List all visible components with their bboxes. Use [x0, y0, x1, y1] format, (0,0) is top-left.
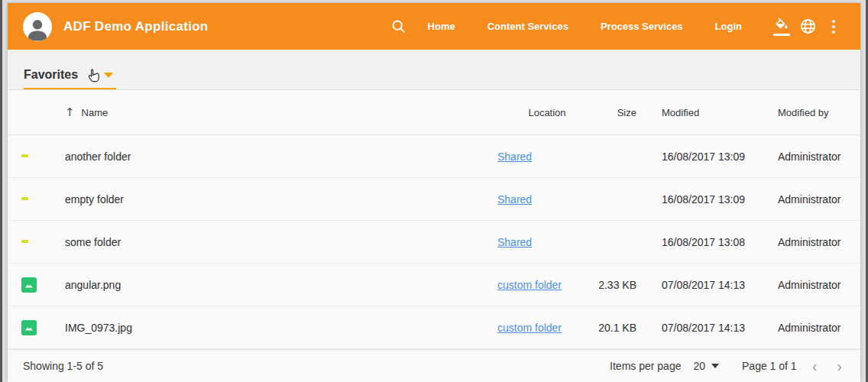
table-row[interactable]: angular.png custom folder 2.33 KB 07/08/…	[8, 264, 860, 306]
modified-date: 16/08/2017 13:09	[662, 193, 778, 206]
file-name[interactable]: some folder	[52, 236, 497, 248]
previous-page-button[interactable]: ‹	[808, 358, 822, 374]
search-icon[interactable]	[386, 14, 412, 40]
table-row[interactable]: some folder Shared 16/08/2017 13:08 Admi…	[8, 221, 860, 264]
location-link[interactable]: custom folder	[497, 322, 562, 334]
adf-demo-app: ADF Demo Application Home Content Servic…	[8, 3, 860, 382]
showing-count: Showing 1-5 of 5	[23, 360, 103, 372]
file-size: 20.1 KB	[597, 322, 636, 334]
items-per-page-value: 20	[693, 360, 705, 372]
main-nav: Home Content Services Process Services L…	[412, 15, 758, 38]
nav-content-services[interactable]: Content Services	[471, 15, 585, 38]
table-row[interactable]: another folder Shared 16/08/2017 13:09 A…	[8, 135, 860, 178]
modified-by: Administrator	[778, 151, 860, 163]
table-row[interactable]: IMG_0973.jpg custom folder 20.1 KB 07/08…	[8, 306, 860, 349]
screenshot-frame: ADF Demo Application Home Content Servic…	[0, 0, 868, 382]
column-header-modified[interactable]: Modified	[662, 107, 778, 118]
file-size: 2.33 KB	[597, 279, 636, 291]
table-row[interactable]: empty folder Shared 16/08/2017 13:09 Adm…	[8, 178, 860, 221]
paginator: Showing 1-5 of 5 Items per page 20 Page …	[8, 349, 860, 382]
location-link[interactable]: Shared	[497, 236, 532, 248]
modified-by: Administrator	[778, 279, 860, 291]
table-header-row: ↑ Name Location Size Modified Modified b…	[8, 90, 860, 135]
modified-by: Administrator	[778, 236, 860, 248]
app-header: ADF Demo Application Home Content Servic…	[8, 3, 860, 50]
items-per-page: Items per page 20	[610, 360, 719, 372]
app-title: ADF Demo Application	[63, 19, 209, 34]
next-page-button[interactable]: ›	[832, 358, 847, 374]
file-name[interactable]: another folder	[52, 151, 497, 163]
nav-login[interactable]: Login	[699, 15, 758, 38]
nav-home[interactable]: Home	[412, 15, 471, 38]
location-link[interactable]: custom folder	[497, 279, 562, 291]
file-name[interactable]: angular.png	[52, 279, 497, 291]
image-file-icon	[21, 277, 37, 293]
location-link[interactable]: Shared	[497, 193, 532, 206]
items-per-page-label: Items per page	[610, 360, 681, 372]
language-globe-icon[interactable]	[795, 14, 821, 40]
column-header-size[interactable]: Size	[597, 107, 636, 118]
column-header-name[interactable]: ↑ Name	[52, 105, 497, 119]
column-header-location[interactable]: Location	[497, 107, 597, 118]
color-underline	[773, 34, 790, 36]
image-file-icon	[21, 320, 37, 335]
favorites-label: Favorites	[24, 68, 78, 82]
modified-by: Administrator	[778, 322, 860, 334]
document-list: ↑ Name Location Size Modified Modified b…	[8, 90, 860, 349]
file-name[interactable]: IMG_0973.jpg	[52, 322, 497, 334]
items-per-page-select[interactable]: 20	[693, 360, 719, 372]
page-indicator: Page 1 of 1	[742, 360, 797, 372]
modified-date: 16/08/2017 13:08	[662, 236, 778, 248]
nav-process-services[interactable]: Process Services	[585, 15, 699, 38]
column-header-modified-by[interactable]: Modified by	[778, 107, 860, 118]
chevron-down-icon	[104, 73, 113, 78]
sort-ascending-icon: ↑	[65, 105, 75, 119]
person-icon	[24, 17, 50, 41]
modified-date: 07/08/2017 14:13	[662, 279, 778, 291]
format-color-fill-icon[interactable]	[769, 14, 795, 40]
kebab-menu-icon[interactable]	[821, 14, 847, 40]
modified-by: Administrator	[778, 193, 860, 206]
chevron-down-icon	[711, 364, 719, 368]
favorites-dropdown[interactable]: Favorites	[24, 68, 116, 89]
location-link[interactable]: Shared	[497, 151, 532, 163]
avatar	[23, 12, 52, 41]
modified-date: 16/08/2017 13:09	[662, 151, 778, 163]
view-switcher-bar: Favorites	[8, 50, 860, 90]
modified-date: 07/08/2017 14:13	[662, 322, 778, 334]
file-name[interactable]: empty folder	[52, 193, 497, 206]
